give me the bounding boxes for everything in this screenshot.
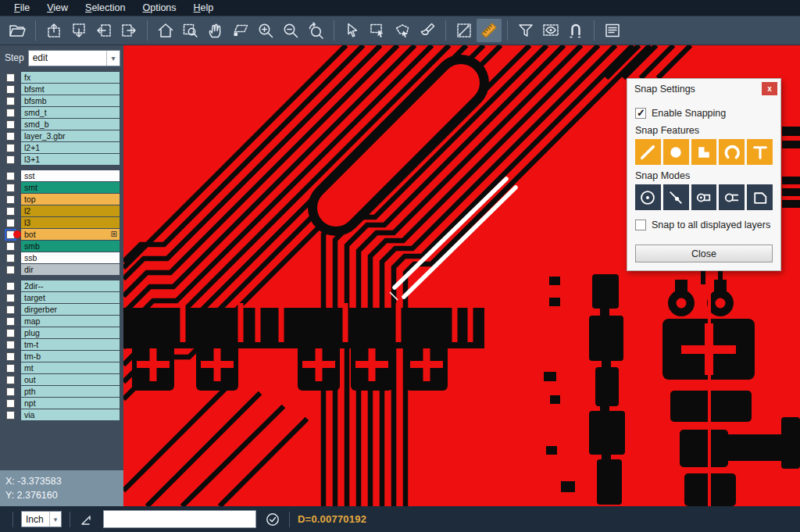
layer-name[interactable]: l3: [21, 217, 120, 228]
layer-name[interactable]: top: [21, 194, 120, 205]
layer-name[interactable]: smt: [21, 182, 120, 193]
layer-checkbox[interactable]: [6, 172, 15, 180]
layer-name[interactable]: plug: [21, 327, 120, 338]
layer-name[interactable]: tm-b: [21, 351, 120, 362]
layer-checkbox[interactable]: [6, 282, 15, 291]
angle-measure-icon[interactable]: [78, 511, 95, 528]
layer-checkbox[interactable]: [6, 341, 15, 349]
layer-checkbox[interactable]: [6, 376, 15, 384]
visibility-icon[interactable]: [538, 19, 563, 42]
layer-name[interactable]: target: [21, 292, 120, 303]
layer-checkbox[interactable]: [6, 109, 15, 117]
layer-name[interactable]: dirgerber: [21, 304, 120, 315]
layer-checkbox[interactable]: [6, 387, 15, 396]
layer-name[interactable]: l2: [21, 205, 120, 216]
layer-checkbox[interactable]: [6, 352, 15, 361]
enable-snapping-checkbox[interactable]: [635, 108, 646, 119]
layer-name[interactable]: out: [21, 374, 120, 385]
select-poly-icon[interactable]: [390, 19, 415, 42]
snap-mode-slot-end-icon[interactable]: [719, 184, 745, 210]
pan-up-icon[interactable]: [41, 19, 66, 42]
zoom-out-icon[interactable]: [278, 19, 303, 42]
layer-checkbox[interactable]: [6, 317, 15, 326]
layer-name[interactable]: bfsmb: [21, 95, 120, 106]
snap-feature-text-icon[interactable]: [747, 139, 773, 165]
measure-input[interactable]: [103, 510, 256, 528]
select-rect-icon[interactable]: [365, 19, 390, 42]
pan-down-icon[interactable]: [66, 19, 91, 42]
layer-name[interactable]: sst: [21, 170, 120, 181]
layer-checkbox[interactable]: [6, 242, 15, 251]
pan-right-icon[interactable]: [116, 19, 141, 42]
snap-mode-slot-center-icon[interactable]: [691, 184, 717, 210]
layer-checkbox[interactable]: [6, 364, 15, 373]
layer-checkbox[interactable]: [6, 132, 15, 141]
layer-name[interactable]: fx: [21, 72, 120, 83]
layer-checkbox[interactable]: [6, 120, 15, 129]
menu-view[interactable]: View: [39, 1, 76, 15]
layer-checkbox[interactable]: [6, 266, 15, 274]
layer-checkbox[interactable]: [6, 195, 15, 204]
layer-name[interactable]: smb: [21, 241, 120, 252]
zoom-window-icon[interactable]: [178, 19, 203, 42]
open-folder-icon[interactable]: [5, 19, 30, 42]
select-arrow-icon[interactable]: [340, 19, 365, 42]
layer-name[interactable]: layer_3.gbr: [21, 130, 120, 141]
layer-name[interactable]: ssb: [21, 252, 120, 263]
layer-checkbox[interactable]: [6, 294, 15, 302]
layer-name[interactable]: map: [21, 316, 120, 327]
layer-checkbox[interactable]: [6, 329, 15, 337]
zoom-fit-icon[interactable]: [228, 19, 253, 42]
layer-checkbox[interactable]: [6, 97, 15, 105]
layer-checkbox[interactable]: [6, 411, 15, 420]
layer-name[interactable]: pth: [21, 386, 120, 397]
layer-name[interactable]: smd_b: [21, 119, 120, 130]
layer-name[interactable]: via: [21, 409, 120, 420]
measure-line-icon[interactable]: [452, 19, 477, 42]
snap-feature-circle-icon[interactable]: [663, 139, 689, 165]
menu-options[interactable]: Options: [134, 1, 184, 15]
snap-feature-line-icon[interactable]: [635, 139, 661, 165]
menu-selection[interactable]: Selection: [77, 1, 133, 15]
menu-help[interactable]: Help: [186, 1, 222, 15]
layer-checkbox[interactable]: [6, 144, 15, 152]
layer-checkbox[interactable]: [6, 155, 15, 164]
home-icon[interactable]: [153, 19, 178, 42]
layer-name[interactable]: bfsmt: [21, 84, 120, 95]
snap-magnet-icon[interactable]: [563, 19, 588, 42]
snap-mode-line-mid-icon[interactable]: [663, 184, 689, 210]
layer-name[interactable]: l2+1: [21, 142, 120, 153]
panel-list-icon[interactable]: [600, 19, 625, 42]
zoom-previous-icon[interactable]: [303, 19, 328, 42]
menu-file[interactable]: File: [6, 1, 38, 15]
close-button[interactable]: Close: [635, 245, 773, 262]
pan-hand-icon[interactable]: [203, 19, 228, 42]
layer-checkbox[interactable]: [6, 85, 15, 94]
layer-checkbox[interactable]: [6, 73, 15, 82]
layer-checkbox[interactable]: [6, 207, 15, 216]
layer-name[interactable]: tm-t: [21, 339, 120, 350]
filter-icon[interactable]: [513, 19, 538, 42]
layer-checkbox[interactable]: [6, 219, 15, 227]
layer-checkbox[interactable]: [6, 254, 15, 262]
ruler-icon[interactable]: [477, 19, 502, 42]
layer-name[interactable]: mt: [21, 362, 120, 373]
snap-mode-center-icon[interactable]: [635, 184, 661, 210]
layer-name[interactable]: smd_t: [21, 107, 120, 118]
apply-check-icon[interactable]: [264, 511, 281, 528]
pan-left-icon[interactable]: [91, 19, 116, 42]
snap-all-layers-checkbox[interactable]: [635, 220, 646, 230]
layer-name[interactable]: l3+1: [21, 154, 120, 165]
layer-checkbox[interactable]: [6, 399, 15, 408]
close-icon[interactable]: x: [762, 82, 777, 95]
brush-icon[interactable]: [415, 19, 440, 42]
layer-name[interactable]: 2dir--: [21, 280, 120, 291]
step-select[interactable]: edit ▾: [28, 50, 120, 66]
layer-checkbox[interactable]: [6, 305, 15, 314]
layer-name[interactable]: npt: [21, 398, 120, 409]
layer-checkbox[interactable]: [6, 184, 15, 192]
snap-mode-outline-icon[interactable]: [747, 184, 773, 210]
snap-feature-arc-icon[interactable]: [719, 139, 745, 165]
snap-feature-surface-icon[interactable]: [691, 139, 717, 165]
unit-select[interactable]: Inch ▾: [21, 511, 62, 527]
